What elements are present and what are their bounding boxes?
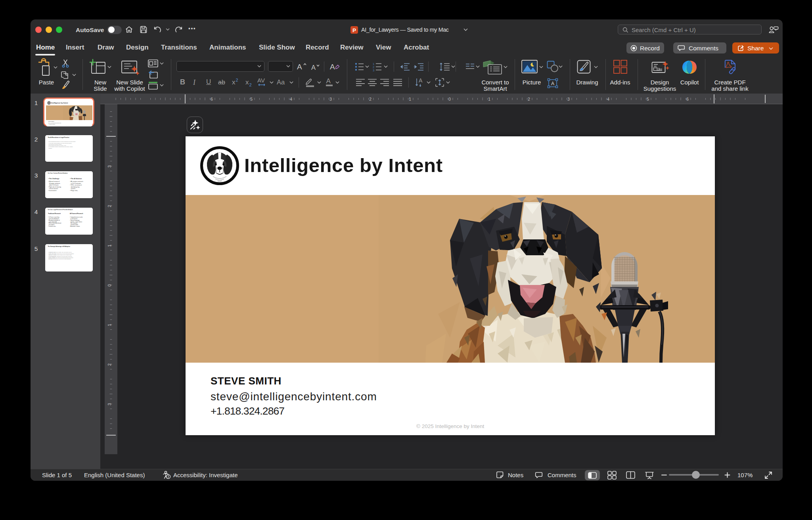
svg-text:3: 3	[567, 97, 570, 101]
svg-text:1: 1	[488, 97, 490, 101]
svg-text:1: 1	[409, 97, 411, 101]
svg-text:4: 4	[607, 97, 609, 101]
svg-text:A: A	[551, 81, 554, 86]
svg-text:0: 0	[107, 284, 112, 287]
svg-text:2: 2	[528, 97, 530, 101]
svg-text:x: x	[232, 78, 236, 86]
svg-text:5: 5	[250, 97, 253, 101]
svg-text:3: 3	[373, 69, 374, 72]
svg-text:1: 1	[107, 245, 112, 247]
svg-text:P: P	[352, 27, 356, 33]
svg-text:x: x	[245, 78, 249, 86]
svg-text:2: 2	[107, 363, 112, 366]
svg-text:A: A	[326, 77, 331, 85]
svg-text:A: A	[297, 63, 302, 71]
svg-text:0: 0	[448, 97, 451, 101]
svg-text:6: 6	[211, 97, 213, 101]
svg-text:4: 4	[290, 97, 292, 101]
svg-text:2: 2	[107, 205, 112, 207]
svg-text:3: 3	[329, 97, 332, 101]
svg-text:A: A	[311, 64, 316, 71]
svg-text:5: 5	[647, 97, 649, 101]
svg-text:1: 1	[107, 324, 112, 326]
svg-text:3: 3	[107, 403, 112, 405]
svg-text:3: 3	[107, 165, 112, 168]
svg-text:2: 2	[249, 82, 252, 87]
svg-text:A: A	[419, 77, 423, 84]
svg-text:A: A	[330, 63, 335, 71]
svg-text:I: I	[193, 78, 196, 86]
svg-text:2: 2	[369, 97, 372, 101]
svg-text:6: 6	[686, 97, 689, 101]
svg-text:AV: AV	[257, 77, 265, 84]
svg-text:2: 2	[236, 78, 238, 82]
